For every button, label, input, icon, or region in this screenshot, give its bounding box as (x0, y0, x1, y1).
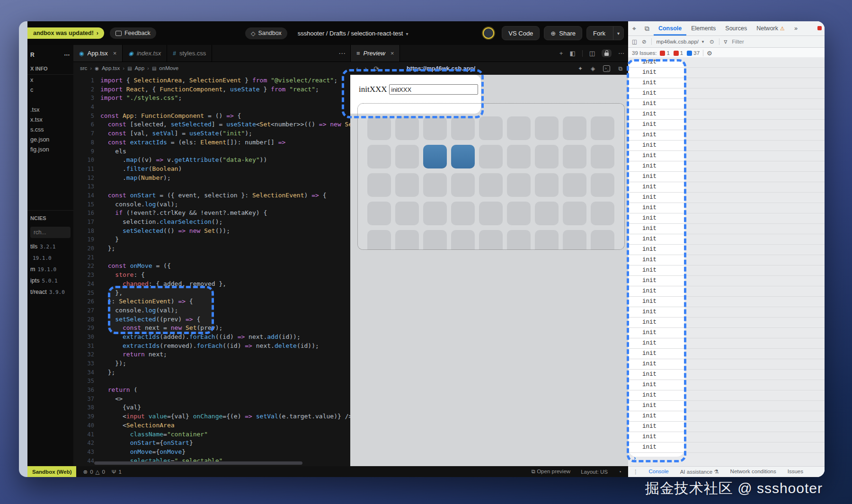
code-line[interactable]: 30 extractIds(added).forEach((id) => nex… (73, 333, 350, 342)
code-line[interactable]: 35 (73, 377, 350, 386)
selectable-square[interactable] (367, 116, 391, 140)
eye-icon[interactable]: ⊙ (710, 38, 714, 45)
devtools-tab-sources[interactable]: Sources (720, 21, 752, 35)
back-icon[interactable]: ‹ (356, 65, 358, 72)
code-line[interactable]: 11 .filter(Boolean) (73, 165, 350, 174)
selectable-square[interactable] (535, 145, 559, 168)
selectable-square[interactable] (535, 116, 559, 140)
selectable-square[interactable] (563, 202, 586, 225)
breadcrumb-segment[interactable]: src (80, 65, 87, 71)
drawer-tab-ai-assistance[interactable]: AI assistance ⚗ (674, 469, 725, 475)
code-line[interactable]: 28 setSelected((prev) => { (73, 315, 350, 324)
dependency-item[interactable]: m19.1.0 (27, 264, 73, 275)
selectable-square[interactable] (423, 173, 447, 197)
environment-badge[interactable]: Sandbox (Web) (27, 466, 76, 477)
code-line[interactable]: 8 const extractIds = (els: Element[]): n… (73, 138, 350, 147)
fork-button[interactable]: Fork ▾ (586, 26, 624, 40)
inspect-target-icon[interactable]: ◈ (591, 65, 595, 72)
selectable-square[interactable] (479, 145, 503, 168)
close-icon[interactable]: × (111, 50, 117, 57)
update-banner[interactable]: andbox was updated! › (27, 27, 104, 39)
console-log-row[interactable]: init (628, 245, 825, 255)
selectable-square-selected[interactable] (423, 145, 447, 168)
selectable-square[interactable] (451, 202, 475, 225)
selectable-square[interactable] (535, 230, 559, 250)
console-log-row[interactable]: init (628, 442, 825, 453)
console-log-row[interactable]: init (628, 172, 825, 182)
code-line[interactable]: 10 .map((v) => v.getAttribute("data-key"… (73, 156, 350, 165)
code-line[interactable]: 34 }; (73, 368, 350, 377)
drawer-tab-network-conditions[interactable]: Network conditions (725, 469, 782, 475)
selectable-square[interactable] (395, 202, 419, 225)
selectable-square[interactable] (563, 145, 586, 168)
code-line[interactable]: 42 onStart={onStart} (73, 439, 350, 448)
code-line[interactable]: 22 const onMove = ({ (73, 262, 350, 271)
code-line[interactable]: 5const App: FunctionComponent = () => { (73, 112, 350, 121)
breadcrumb-segment[interactable]: onMove (159, 65, 178, 71)
console-log-row[interactable]: init (628, 161, 825, 172)
selectable-square[interactable] (535, 173, 559, 197)
console-prompt[interactable]: › (628, 453, 825, 463)
breadcrumb-segment[interactable]: App (135, 65, 144, 71)
code-line[interactable]: 9 els (73, 147, 350, 156)
code-line[interactable]: 26 }: SelectionEvent) => { (73, 297, 350, 306)
code-line[interactable]: 33 }); (73, 359, 350, 368)
console-log-list[interactable]: initinitinitinitinitinitinitinitinitinit… (628, 57, 825, 469)
selectable-square[interactable] (535, 202, 559, 225)
connections-indicator[interactable]: Ψ 1 (112, 469, 122, 475)
selectable-square[interactable] (507, 145, 531, 168)
issue-badge[interactable]: 1 (674, 50, 683, 56)
console-log-row[interactable]: init (628, 130, 825, 141)
console-log-row[interactable]: init (628, 265, 825, 276)
console-log-row[interactable]: init (628, 318, 825, 328)
clear-console-icon[interactable]: ⊘ (642, 38, 647, 45)
sidebar-menu-icon[interactable]: ⋯ (64, 52, 70, 58)
selection-container[interactable] (357, 103, 625, 250)
console-log-row[interactable]: init (628, 68, 825, 78)
value-input[interactable] (389, 84, 478, 95)
file-item[interactable]: x (27, 75, 73, 85)
tab-preview[interactable]: ≡ Preview × (351, 45, 400, 62)
console-log-row[interactable]: init (628, 224, 825, 234)
dependency-item[interactable]: 19.1.0 (27, 252, 73, 264)
selectable-square[interactable] (591, 230, 614, 250)
code-line[interactable]: 7 const [val, setVal] = useState("init")… (73, 129, 350, 138)
file-item[interactable] (27, 95, 73, 105)
code-line[interactable]: 16 if (!event?.ctrlKey && !event?.metaKe… (73, 209, 350, 218)
selectable-square[interactable] (479, 202, 503, 225)
sparkle-icon[interactable]: ✦ (578, 65, 583, 72)
drawer-tab-issues[interactable]: Issues (782, 469, 809, 475)
dependency-item[interactable]: tils3.2.1 (27, 241, 73, 252)
code-line[interactable]: 19 } (73, 235, 350, 244)
console-log-row[interactable]: init (628, 120, 825, 130)
code-line[interactable]: 12 .map(Number); (73, 174, 350, 183)
console-log-row[interactable]: init (628, 390, 825, 401)
open-preview-button[interactable]: ⧉ Open preview (532, 469, 570, 475)
console-log-row[interactable]: init (628, 276, 825, 286)
vscode-button[interactable]: VS Code (502, 26, 540, 40)
editor-breadcrumb[interactable]: src›◉App.tsx›▤App›▤onMove (73, 62, 350, 74)
selectable-square[interactable] (367, 202, 391, 225)
console-log-row[interactable]: init (628, 297, 825, 307)
forward-icon[interactable]: › (365, 65, 367, 72)
code-line[interactable]: 13 (73, 182, 350, 191)
console-log-row[interactable]: init (628, 99, 825, 109)
code-line[interactable]: 39 <input value={val} onChange={(e) => s… (73, 412, 350, 421)
preview-url[interactable]: https://mp46wk.csb.app/ (407, 65, 475, 72)
selectable-square[interactable] (451, 116, 475, 140)
code-line[interactable]: 36 return ( (73, 386, 350, 395)
selectable-square[interactable] (367, 145, 391, 168)
file-item[interactable]: x.tsx (27, 115, 73, 124)
selectable-square[interactable] (591, 116, 614, 140)
console-log-row[interactable]: init (628, 380, 825, 390)
selectable-square[interactable] (395, 145, 419, 168)
selectable-square[interactable] (507, 230, 531, 250)
tab-overflow-menu[interactable]: ⋯ (338, 45, 346, 62)
horizontal-scrollbar[interactable] (94, 461, 302, 465)
code-line[interactable]: 40 <SelectionArea (73, 421, 350, 430)
console-log-row[interactable]: init (628, 88, 825, 99)
selectable-square[interactable] (479, 230, 503, 250)
breadcrumb-segment[interactable]: App.tsx (102, 65, 120, 71)
close-icon[interactable]: × (389, 50, 394, 57)
console-log-row[interactable]: init (628, 401, 825, 411)
